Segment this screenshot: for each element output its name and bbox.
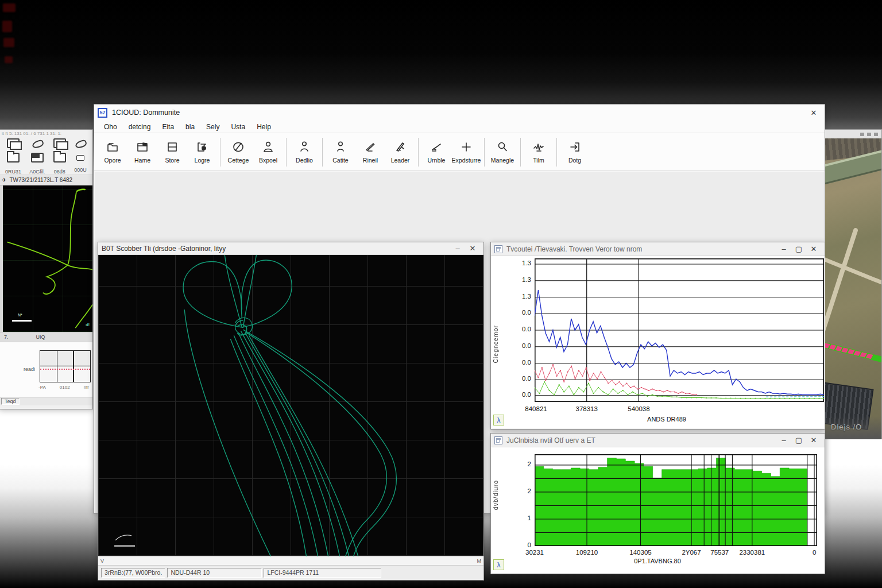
- toolbar-button-logre[interactable]: Logre: [187, 135, 217, 169]
- plot-window-title: B0T Scobber Tli (drsdoe -Gatoninor, lity…: [102, 245, 450, 253]
- desktop-artifact: [2, 21, 12, 32]
- toolbar-button-urnble[interactable]: Urnble: [421, 135, 451, 169]
- xtick-label: -PA: [38, 385, 46, 390]
- main-window-title: 1CIOUD: Dommunite: [112, 109, 806, 117]
- menu-tools[interactable]: Usta: [226, 122, 250, 132]
- minimize-icon[interactable]: –: [450, 243, 465, 254]
- status-cell-mode: 3rRnB:(77, W00Pbro.: [101, 568, 165, 578]
- copy-window-icon: [53, 138, 66, 148]
- satellite-fade: [825, 416, 881, 439]
- toolbar-button-hame[interactable]: Hame: [127, 135, 157, 169]
- map-tool-icon[interactable]: [874, 133, 878, 136]
- menu-settings[interactable]: Sely: [201, 122, 225, 132]
- line-chart-window[interactable]: Tvcoutei /Tievavaki. Trovven Veror tow n…: [490, 242, 825, 430]
- map-tool-icon[interactable]: [860, 133, 864, 136]
- mini-chart-grid: [40, 350, 91, 382]
- toolbar-button[interactable]: 06d8: [53, 138, 66, 175]
- pen-icon: [430, 140, 443, 154]
- minimize-icon[interactable]: –: [776, 243, 791, 255]
- toolbar-button[interactable]: 0RU31: [5, 138, 21, 175]
- line-window-titlebar[interactable]: Tvcoutei /Tievavaki. Trovven Veror tow n…: [491, 242, 825, 256]
- mdi-client-area: B0T Scobber Tli (drsdoe -Gatoninor, lity…: [95, 172, 824, 513]
- toolbar-button-store[interactable]: Store: [157, 135, 187, 169]
- toolbar-button-rineil[interactable]: Rineil: [355, 135, 385, 169]
- hist-chart-canvas[interactable]: [535, 454, 817, 546]
- close-icon[interactable]: ✕: [806, 243, 821, 255]
- menu-data[interactable]: bla: [180, 122, 200, 132]
- toolbar-separator: [520, 138, 521, 167]
- close-icon[interactable]: ✕: [806, 107, 821, 118]
- left-map-titlebar[interactable]: ✈ TW73/21/21173L.T 6482: [0, 175, 92, 185]
- chart-tool-button[interactable]: λ: [493, 415, 504, 425]
- toolbar-button-label: 0RU31: [5, 169, 21, 175]
- hist-window-titlebar[interactable]: JuClnbisla nvtil Otf uerv a ET – ▢ ✕: [491, 434, 825, 447]
- menu-help[interactable]: Help: [252, 122, 276, 132]
- line-chart-canvas[interactable]: [535, 258, 824, 402]
- menu-view[interactable]: Eita: [157, 122, 179, 132]
- left-map-canvas[interactable]: N* d!: [0, 185, 92, 332]
- app-icon: 57: [98, 108, 107, 118]
- maximize-icon[interactable]: ▢: [791, 243, 806, 255]
- toolbar-button-cettege[interactable]: Cettege: [223, 135, 253, 169]
- left-window-statusbar: Teqd: [0, 397, 92, 405]
- ytick-label: 1.3: [507, 276, 531, 283]
- toolbar-button-dotg[interactable]: Dotg: [560, 135, 590, 169]
- folder-icon: [7, 153, 20, 163]
- close-icon[interactable]: ✕: [806, 435, 821, 446]
- menu-edit[interactable]: detcing: [123, 122, 156, 132]
- toolbar-button-expdsturre[interactable]: Expdsturre: [451, 135, 481, 169]
- minimize-icon[interactable]: –: [776, 435, 791, 446]
- footer-right-glyph[interactable]: M: [477, 558, 482, 564]
- toolbar-button-dedlio[interactable]: Dedlio: [289, 135, 319, 169]
- threshold-line: [40, 369, 90, 370]
- save-icon: [195, 140, 209, 154]
- trajectory-plot-window[interactable]: B0T Scobber Tli (drsdoe -Gatoninor, lity…: [98, 242, 484, 581]
- toolbar-button[interactable]: 000U: [74, 138, 87, 175]
- magnifier-icon: [496, 140, 509, 154]
- close-icon[interactable]: ✕: [465, 243, 480, 254]
- folder-icon: [53, 153, 66, 163]
- toolbar-button-tilm[interactable]: Tilm: [524, 135, 554, 169]
- plot-window-titlebar[interactable]: B0T Scobber Tli (drsdoe -Gatoninor, lity…: [98, 242, 483, 255]
- xtick-label: 540038: [621, 405, 656, 412]
- histogram-window[interactable]: JuClnbisla nvtil Otf uerv a ET – ▢ ✕ dvb…: [490, 433, 825, 574]
- toolbar-button-bxpoel[interactable]: Bxpoel: [253, 135, 283, 169]
- ytick-label: 1.3: [507, 293, 531, 300]
- satellite-imagery[interactable]: Dlejs /O: [825, 138, 881, 439]
- menu-file[interactable]: Oho: [99, 122, 122, 132]
- exit-icon: [568, 140, 582, 154]
- left-tool-window[interactable]: it ft 5: 131 01: / 6 731 1 31: 1: 0RU31 …: [0, 129, 93, 409]
- xtick-label: 378313: [570, 405, 604, 412]
- copy-window-icon: [7, 138, 20, 148]
- map-tool-icon[interactable]: [867, 133, 871, 136]
- main-toolbar: Opore Hame Store Logre Cettege Bxpoel: [94, 133, 825, 171]
- plus-icon: [459, 140, 473, 154]
- chart-tool-button[interactable]: λ: [493, 559, 504, 570]
- toolbar-button-leader[interactable]: Leader: [385, 135, 415, 169]
- mini-chart-xticks: -PA 0102 nfr: [35, 385, 92, 390]
- main-application-window[interactable]: 57 1CIOUD: Dommunite ✕ Oho detcing Eita …: [94, 104, 825, 514]
- ytick-label: 0: [517, 541, 531, 548]
- map-scale-label: N*: [18, 313, 22, 317]
- maximize-icon[interactable]: ▢: [791, 435, 806, 446]
- toolbar-separator: [556, 138, 557, 167]
- ytick-label: 0.0: [507, 342, 531, 349]
- trajectory-plot-canvas[interactable]: [98, 255, 483, 556]
- main-titlebar[interactable]: 57 1CIOUD: Dommunite ✕: [94, 105, 825, 121]
- toolbar-button-catite[interactable]: Catite: [326, 135, 355, 169]
- left-mini-chart-panel[interactable]: readi -PA 0102 nfr: [0, 342, 92, 397]
- satellite-map-window[interactable]: Dlejs /O: [825, 129, 882, 439]
- chart-window-icon: [494, 245, 502, 253]
- toolbar-separator: [220, 138, 220, 167]
- xtick-label: 2330381: [734, 549, 771, 556]
- toolbar-button-manegle[interactable]: Manegle: [488, 135, 517, 169]
- line-chart-body: Ciegncemor ANDS DR489 λ 1.31.31.30.00.00…: [491, 256, 825, 428]
- grid-line: [73, 351, 74, 382]
- status-cell-solution: LFCI-9444PR 1711: [264, 568, 381, 578]
- left-window-menu-text: it ft 5: 131 01: / 6 731 1 31: 1:: [0, 130, 92, 137]
- toolbar-button[interactable]: A0Gfil.: [29, 138, 45, 175]
- toolbar-button-opore[interactable]: Opore: [98, 135, 127, 169]
- desktop-background: it ft 5: 131 01: / 6 731 1 31: 1: 0RU31 …: [0, 0, 882, 588]
- plot-scale-mark: [115, 535, 131, 540]
- map-scale-bar: [12, 320, 32, 322]
